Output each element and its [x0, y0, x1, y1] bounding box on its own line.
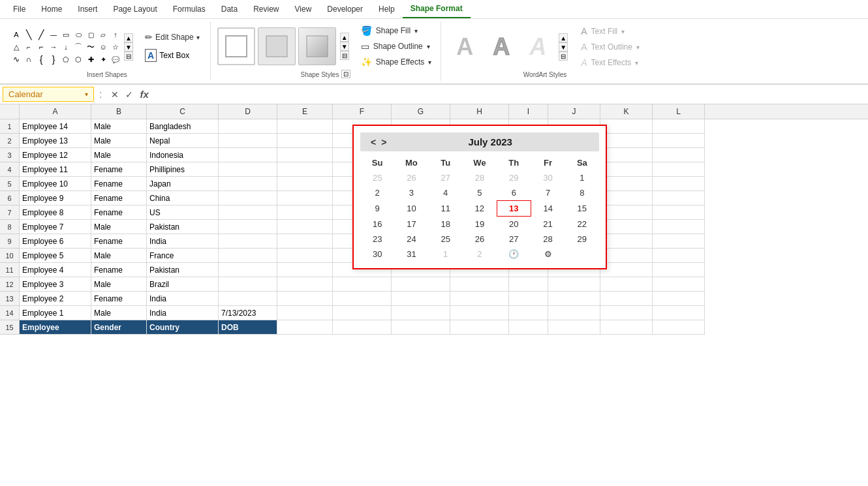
cell-1-K[interactable]: [600, 320, 653, 335]
cal-day-3-2[interactable]: 18: [429, 217, 463, 232]
row-header-8[interactable]: 8: [0, 220, 19, 234]
cal-day-0-5[interactable]: 30: [531, 170, 565, 185]
col-header-K[interactable]: K: [600, 104, 653, 119]
cell-6-K[interactable]: [600, 249, 653, 263]
cal-day-5-1[interactable]: 31: [394, 247, 428, 262]
confirm-icon[interactable]: ✓: [124, 88, 134, 101]
cell-4-F[interactable]: [333, 277, 392, 292]
shapes-scroll-down[interactable]: ▼: [124, 42, 133, 52]
cell-10-B[interactable]: Fename: [91, 191, 147, 205]
ribbon-tab-developer[interactable]: Developer: [319, 1, 371, 18]
cal-day-5-0[interactable]: 30: [360, 247, 394, 262]
cell-10-K[interactable]: [600, 191, 653, 205]
cal-day-1-4[interactable]: 6: [497, 185, 531, 201]
shape-icon-rrect[interactable]: ▢: [85, 29, 97, 40]
cell-4-G[interactable]: [392, 277, 450, 292]
shape-fill-button[interactable]: 🪣 Shape Fill ▾: [358, 24, 435, 37]
cell-9-B[interactable]: Fename: [91, 205, 147, 220]
cell-8-C[interactable]: Pakistan: [147, 220, 219, 234]
formula-input[interactable]: [155, 88, 865, 100]
ribbon-tab-home[interactable]: Home: [33, 1, 70, 18]
cell-12-D[interactable]: [219, 162, 277, 177]
cal-day-1-6[interactable]: 8: [565, 185, 599, 201]
cell-15-A[interactable]: Employee 14: [20, 119, 91, 134]
cal-day-3-5[interactable]: 21: [531, 217, 565, 232]
wordart-scroll-down[interactable]: ▼: [559, 42, 568, 52]
cal-day-5-2[interactable]: 1: [429, 247, 463, 262]
shape-icon-wave[interactable]: ∿: [10, 53, 22, 65]
cell-12-C[interactable]: Phillipines: [147, 162, 219, 177]
col-header-J[interactable]: J: [548, 104, 600, 119]
row-header-14[interactable]: 14: [0, 306, 19, 320]
cal-day-1-0[interactable]: 2: [360, 185, 394, 201]
shape-icon-arrow1[interactable]: →: [48, 41, 59, 53]
shape-styles-expand-icon[interactable]: ⊡: [341, 70, 350, 78]
cell-2-J[interactable]: [548, 306, 600, 320]
cell-15-D[interactable]: [219, 119, 277, 134]
shape-icon-oval[interactable]: ⬭: [72, 29, 84, 40]
col-header-B[interactable]: B: [91, 104, 147, 119]
cal-day-4-3[interactable]: 26: [463, 232, 497, 247]
cell-15-E[interactable]: [277, 119, 333, 134]
cell-6-E[interactable]: [277, 249, 333, 263]
cal-day-1-2[interactable]: 4: [429, 185, 463, 201]
cell-9-D[interactable]: [219, 205, 277, 220]
cell-13-B[interactable]: Male: [91, 148, 147, 162]
shape-icon-curve[interactable]: 〜: [85, 41, 97, 53]
cal-day-0-1[interactable]: 26: [394, 170, 428, 185]
text-fill-button[interactable]: A Text Fill ▾: [578, 25, 642, 38]
row-header-6[interactable]: 6: [0, 191, 19, 205]
cell-8-K[interactable]: [600, 220, 653, 234]
shape-icon-smiley[interactable]: ☺: [97, 41, 109, 53]
cell-2-H[interactable]: [450, 306, 509, 320]
cell-4-D[interactable]: [219, 277, 277, 292]
shapes-expand[interactable]: ⊟: [124, 52, 133, 61]
ribbon-tab-insert[interactable]: Insert: [70, 1, 105, 18]
cell-10-A[interactable]: Employee 9: [20, 191, 91, 205]
cal-day-4-0[interactable]: 23: [360, 232, 394, 247]
cell-1-B[interactable]: Gender: [91, 320, 147, 335]
cell-3-K[interactable]: [600, 292, 653, 306]
row-header-5[interactable]: 5: [0, 177, 19, 191]
cal-day-5-3[interactable]: 2: [463, 247, 497, 262]
cell-14-L[interactable]: [653, 134, 705, 148]
cell-11-L[interactable]: [653, 177, 705, 191]
cell-4-A[interactable]: Employee 3: [20, 277, 91, 292]
cal-day-1-5[interactable]: 7: [531, 185, 565, 201]
cell-1-D[interactable]: DOB: [219, 320, 277, 335]
text-outline-button[interactable]: A Text Outline ▾: [578, 40, 642, 53]
text-box-button[interactable]: A Text Box: [141, 48, 204, 63]
cell-1-E[interactable]: [277, 320, 333, 335]
ribbon-tab-page-layout[interactable]: Page Layout: [105, 1, 164, 18]
ribbon-tab-file[interactable]: File: [5, 1, 33, 18]
cell-4-H[interactable]: [450, 277, 509, 292]
cell-8-A[interactable]: Employee 7: [20, 220, 91, 234]
cal-day-3-4[interactable]: 20: [497, 217, 531, 232]
cal-day-2-3[interactable]: 12: [463, 201, 497, 217]
cal-day-2-2[interactable]: 11: [429, 201, 463, 217]
cal-day-3-0[interactable]: 16: [360, 217, 394, 232]
ribbon-tab-data[interactable]: Data: [213, 1, 245, 18]
cal-day-0-4[interactable]: 29: [497, 170, 531, 185]
cell-5-C[interactable]: Pakistan: [147, 263, 219, 277]
cell-3-L[interactable]: [653, 292, 705, 306]
cell-2-C[interactable]: India: [147, 306, 219, 320]
col-header-E[interactable]: E: [277, 104, 333, 119]
shape-icon-bracket[interactable]: ⌐: [35, 41, 47, 53]
cell-5-B[interactable]: Fename: [91, 263, 147, 277]
cell-11-E[interactable]: [277, 177, 333, 191]
cell-3-I[interactable]: [509, 292, 548, 306]
cell-2-L[interactable]: [653, 306, 705, 320]
calendar-prev-button[interactable]: <: [368, 137, 379, 147]
cell-7-K[interactable]: [600, 234, 653, 249]
row-header-9[interactable]: 9: [0, 234, 19, 249]
cell-14-C[interactable]: Nepal: [147, 134, 219, 148]
cell-14-A[interactable]: Employee 13: [20, 134, 91, 148]
cell-15-K[interactable]: [600, 119, 653, 134]
cell-13-L[interactable]: [653, 148, 705, 162]
cal-day-0-6[interactable]: 1: [565, 170, 599, 185]
styles-scroll-down[interactable]: ▼: [340, 42, 349, 51]
col-header-H[interactable]: H: [450, 104, 509, 119]
cell-1-H[interactable]: [450, 320, 509, 335]
edit-shape-button[interactable]: ✏ Edit Shape ▾: [141, 31, 204, 44]
